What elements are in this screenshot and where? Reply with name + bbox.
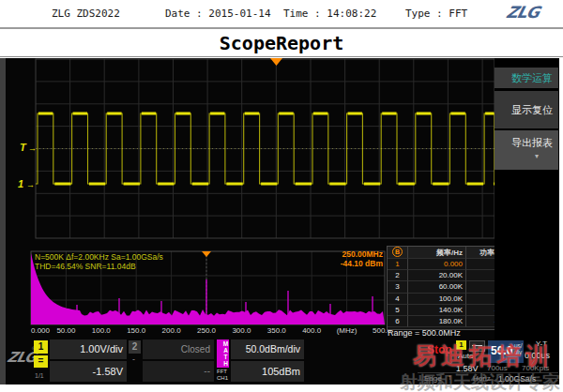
watermark-brand: 易迪拓培训	[413, 340, 554, 371]
ch2-badge[interactable]: 2	[129, 340, 141, 354]
trigger-level-marker: T	[20, 142, 26, 153]
fft-axis-tick: 300.0	[232, 326, 251, 335]
scope-graph	[0, 58, 559, 384]
scope-screen: T → 1 → N=500K Δf=2.00KHz Sa=1.00GSa/s T…	[0, 58, 559, 384]
fft-info-line2: THD=46.54% SNR=11.04dB	[35, 262, 136, 271]
math-source: CH1	[217, 375, 228, 381]
col-frequency: 频率/Hz	[408, 247, 466, 259]
ch1-badge[interactable]: 1	[34, 340, 48, 354]
fft-info-line1: N=500K Δf=2.00KHz Sa=1.00GSa/s	[35, 252, 163, 262]
ch1-offset[interactable]: -1.58V	[50, 361, 127, 382]
ch1-coupling-icon: =	[34, 355, 48, 368]
report-type: Type : FFT	[405, 8, 467, 20]
report-time: Time : 14:08:22	[283, 8, 376, 20]
ch1-probe-ratio: 1/1	[35, 372, 44, 379]
title-divider	[0, 56, 563, 57]
report-date: Date : 2015-01-14	[165, 8, 271, 20]
ch2-coupling-icon: -	[132, 354, 135, 364]
ch2-offset[interactable]: --	[143, 361, 214, 382]
math-mode: FFT	[217, 369, 227, 374]
fft-axis-tick: 50.00	[56, 326, 75, 335]
trigger-arrow-icon: →	[28, 143, 37, 153]
channel1-level-marker: 1	[18, 178, 23, 189]
fft-axis-tick: 150.0	[127, 326, 145, 335]
header-divider	[0, 27, 563, 29]
fft-cursor-power: -44.10 dBm	[298, 259, 383, 268]
menu-button-display-reset[interactable]: 显示复位	[495, 91, 558, 128]
fft-axis-tick: 250.0	[197, 326, 216, 335]
watermark-slogan: 射频和天线设计专家	[400, 370, 560, 392]
fft-marker-icon	[202, 251, 211, 257]
fft-axis-tick: 350.0	[267, 326, 286, 335]
fft-axis-tick: 400.0	[302, 326, 321, 335]
fft-axis-tick: (MHz)	[337, 326, 358, 335]
fft-cursor-frequency: 250.00MHz	[298, 249, 383, 259]
ch2-status[interactable]: Closed	[143, 339, 214, 359]
channel1-arrow-icon: →	[26, 180, 35, 189]
fft-axis-tick: 0.000	[31, 326, 50, 335]
zlg-logo: ZLG	[505, 3, 541, 22]
menu-button-export-report[interactable]: 导出报表	[495, 130, 558, 170]
fft-axis-tick: 100.0	[92, 326, 111, 335]
chevron-down-icon[interactable]: ▾	[523, 152, 551, 160]
menu-title-math-operation: 数学运算	[495, 68, 558, 88]
fft-axis-tick: 200.0	[162, 326, 181, 335]
math-scale[interactable]: 50.0dBm/div	[231, 339, 304, 359]
math-offset[interactable]: 105dBm	[231, 361, 304, 382]
softkey-menu: 数学运算 显示复位 导出报表 ▾	[495, 58, 558, 384]
ch1-scale[interactable]: 1.00V/div	[50, 339, 127, 359]
trigger-position-marker	[270, 58, 282, 66]
page-title: ScopeReport	[0, 32, 563, 54]
math-badge[interactable]: MATH	[217, 339, 229, 368]
cursor-b-icon: B	[392, 247, 403, 257]
device-model: ZLG ZDS2022	[52, 8, 120, 20]
